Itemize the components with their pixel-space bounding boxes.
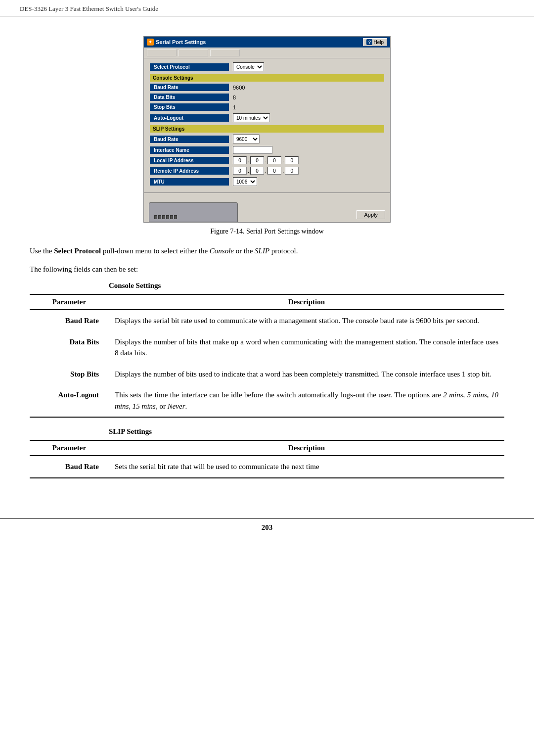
param-cell: Data Bits [30, 331, 109, 364]
table-row: Data BitsDisplays the number of bits tha… [30, 331, 504, 364]
select-protocol-bold: Select Protocol [54, 247, 101, 255]
console-param-table: Parameter Description Baud RateDisplays … [30, 294, 504, 418]
mtu-dropdown[interactable]: 1006 576 [233, 177, 257, 186]
slip-table-header-desc: Description [109, 440, 504, 456]
remote-ip-group: . . . [233, 167, 299, 175]
device-image [149, 202, 238, 222]
local-ip-dot3: . [282, 157, 284, 163]
data-bits-label: Data Bits [150, 94, 229, 101]
auto-logout-row: Auto-Logout 2 minutes 5 minutes 10 minut… [150, 113, 384, 122]
slip-table-header-param: Parameter [30, 440, 109, 456]
stop-bits-row: Stop Bits 1 [150, 103, 384, 111]
page-number: 203 [262, 523, 273, 531]
auto-logout-dropdown[interactable]: 2 minutes 5 minutes 10 minutes 15 minute… [233, 113, 270, 122]
window-frame: ✦ Serial Port Settings ? Help Select Pro… [143, 36, 391, 223]
nav-btn-3 [210, 49, 240, 56]
remote-ip-octet1[interactable] [233, 167, 247, 175]
page-header: DES-3326 Layer 3 Fast Ethernet Switch Us… [0, 0, 534, 16]
interface-name-row: Interface Name [150, 146, 384, 154]
console-settings-header: Console Settings [150, 74, 384, 82]
auto-logout-label: Auto-Logout [150, 114, 229, 122]
interface-name-label: Interface Name [150, 146, 229, 154]
console-table-header-param: Parameter [30, 294, 109, 310]
desc-cell: Displays the serial bit rate used to com… [109, 310, 504, 331]
slip-settings-header: SLIP Settings [150, 125, 384, 133]
body-text-2: The following fields can then be set: [30, 264, 504, 275]
desc-cell: Sets the serial bit rate that will be us… [109, 456, 504, 478]
slip-param-table: Parameter Description Baud RateSets the … [30, 440, 504, 478]
stop-bits-value: 1 [233, 104, 236, 110]
table-row: Baud RateSets the serial bit rate that w… [30, 456, 504, 478]
local-ip-octet2[interactable] [250, 156, 264, 164]
device-body [149, 202, 238, 222]
remote-ip-octet2[interactable] [250, 167, 264, 175]
baud-rate-value: 9600 [233, 85, 245, 91]
slip-italic: SLIP [255, 247, 269, 255]
desc-cell: This sets the time the interface can be … [109, 384, 504, 417]
bottom-bar: Apply [144, 192, 390, 222]
help-button[interactable]: ? Help [363, 38, 387, 46]
port-1 [154, 215, 157, 219]
body-text-1: Use the Select Protocol pull-down menu t… [30, 245, 504, 257]
table-row: Stop BitsDisplays the number of bits use… [30, 364, 504, 385]
slip-section-title: SLIP Settings [109, 427, 504, 436]
page-footer: 203 [0, 518, 534, 537]
baud-rate-row: Baud Rate 9600 [150, 84, 384, 91]
help-icon: ? [366, 39, 372, 45]
remote-ip-label: Remote IP Address [150, 167, 229, 175]
param-cell: Baud Rate [30, 310, 109, 331]
local-ip-octet1[interactable] [233, 156, 247, 164]
figure-caption: Figure 7-14. Serial Port Settings window [30, 228, 504, 236]
mtu-label: MTU [150, 178, 229, 186]
remote-ip-octet3[interactable] [267, 167, 281, 175]
nav-btn-1 [147, 49, 177, 56]
mtu-row: MTU 1006 576 [150, 177, 384, 186]
nav-btn-2 [178, 49, 208, 56]
port-6 [174, 215, 177, 219]
stop-bits-label: Stop Bits [150, 103, 229, 111]
param-cell: Baud Rate [30, 456, 109, 478]
remote-ip-row: Remote IP Address . . . [150, 167, 384, 175]
remote-ip-octet4[interactable] [285, 167, 299, 175]
slip-baud-rate-label: Baud Rate [150, 136, 229, 143]
baud-rate-label: Baud Rate [150, 84, 229, 91]
table-row: Baud RateDisplays the serial bit rate us… [30, 310, 504, 331]
help-label: Help [373, 40, 384, 45]
desc-cell: Displays the number of bits used to indi… [109, 364, 504, 385]
remote-ip-dot3: . [282, 168, 284, 174]
nav-bar [144, 47, 390, 58]
remote-ip-dot1: . [248, 168, 249, 174]
slip-baud-rate-dropdown[interactable]: 9600 19200 [233, 135, 260, 143]
local-ip-label: Local IP Address [150, 157, 229, 164]
local-ip-octet3[interactable] [267, 156, 281, 164]
local-ip-group: . . . [233, 156, 299, 164]
local-ip-row: Local IP Address . . . [150, 156, 384, 164]
select-protocol-row: Select Protocol Console SLIP [150, 62, 384, 71]
local-ip-octet4[interactable] [285, 156, 299, 164]
device-ports [154, 215, 177, 219]
console-section-title: Console Settings [109, 282, 504, 290]
port-4 [166, 215, 169, 219]
header-title: DES-3326 Layer 3 Fast Ethernet Switch Us… [20, 5, 158, 12]
titlebar-left: ✦ Serial Port Settings [147, 39, 206, 46]
screenshot-container: ✦ Serial Port Settings ? Help Select Pro… [30, 36, 504, 223]
app-icon: ✦ [147, 39, 154, 46]
data-bits-value: 8 [233, 94, 236, 100]
select-protocol-label: Select Protocol [150, 63, 229, 71]
slip-baud-rate-row: Baud Rate 9600 19200 [150, 135, 384, 143]
desc-cell: Displays the number of bits that make up… [109, 331, 504, 364]
port-5 [170, 215, 173, 219]
remote-ip-dot2: . [265, 168, 267, 174]
table-row: Auto-LogoutThis sets the time the interf… [30, 384, 504, 417]
interface-name-input[interactable] [233, 146, 272, 154]
form-area: Select Protocol Console SLIP Console Set… [144, 58, 390, 192]
param-cell: Stop Bits [30, 364, 109, 385]
local-ip-dot2: . [265, 157, 267, 163]
param-cell: Auto-Logout [30, 384, 109, 417]
main-content: ✦ Serial Port Settings ? Help Select Pro… [0, 16, 534, 508]
local-ip-dot1: . [248, 157, 249, 163]
window-title: Serial Port Settings [156, 39, 206, 45]
data-bits-row: Data Bits 8 [150, 94, 384, 101]
select-protocol-dropdown[interactable]: Console SLIP [233, 62, 264, 71]
apply-button[interactable]: Apply [356, 210, 385, 219]
